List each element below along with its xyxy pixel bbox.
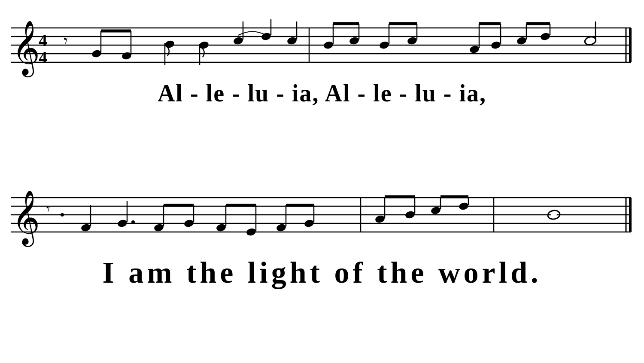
svg-text:𝄞: 𝄞 <box>12 21 40 78</box>
svg-text:𝄞: 𝄞 <box>12 191 40 247</box>
svg-point-45 <box>540 32 550 41</box>
svg-point-69 <box>183 219 194 228</box>
svg-text:𝄾: 𝄾 <box>46 206 50 212</box>
svg-point-79 <box>304 219 314 228</box>
svg-point-72 <box>216 223 226 232</box>
svg-point-30 <box>349 36 359 45</box>
svg-point-18 <box>164 40 175 49</box>
svg-point-64 <box>117 219 128 228</box>
svg-point-22 <box>233 36 243 45</box>
svg-point-33 <box>379 40 389 49</box>
svg-text:𝄾: 𝄾 <box>64 37 67 44</box>
svg-point-89 <box>458 201 469 210</box>
svg-point-28 <box>323 40 334 49</box>
svg-point-66 <box>131 220 135 224</box>
svg-point-40 <box>490 40 501 49</box>
svg-point-35 <box>407 36 417 45</box>
lyric-line-2: I am the light of the world. <box>0 256 644 290</box>
svg-point-38 <box>469 45 480 54</box>
svg-point-43 <box>516 36 527 45</box>
svg-point-67 <box>153 223 164 232</box>
sheet-music-svg: 𝄞 4 4 𝄾 <box>0 0 644 363</box>
svg-point-93 <box>550 212 557 217</box>
lyric-line-1: Al - le - lu - ia, Al - le - lu - ia, <box>0 79 644 107</box>
svg-point-48 <box>584 36 597 46</box>
svg-point-77 <box>276 223 286 232</box>
svg-point-26 <box>286 36 297 45</box>
svg-point-82 <box>374 214 385 223</box>
svg-point-61 <box>61 213 64 217</box>
svg-point-74 <box>246 227 256 236</box>
svg-text:4: 4 <box>39 31 47 50</box>
svg-point-87 <box>430 206 441 215</box>
svg-point-84 <box>404 210 415 219</box>
svg-point-62 <box>80 223 91 232</box>
page: 𝄞 4 4 𝄾 <box>0 0 644 363</box>
svg-text:4: 4 <box>39 48 47 67</box>
music-container: 𝄞 4 4 𝄾 <box>0 0 644 363</box>
